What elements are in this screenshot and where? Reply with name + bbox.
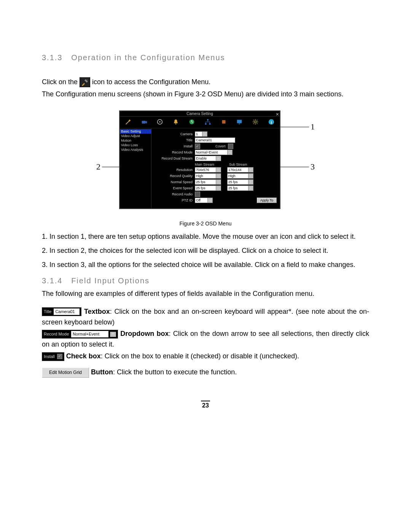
ptz-label: PTZ ID xyxy=(155,198,195,202)
para1a: Click on the xyxy=(42,78,80,86)
recmode-select[interactable]: Normal+Event▼ xyxy=(195,150,233,155)
example-dropdown: Record Mode Normal+Event ▼ Dropdown box:… xyxy=(42,329,369,350)
svg-point-0 xyxy=(86,79,88,81)
svg-point-4 xyxy=(175,123,177,125)
install-checkbox[interactable]: ✓ xyxy=(195,144,200,149)
para-314: The following are examples of different … xyxy=(42,289,369,299)
svg-rect-11 xyxy=(239,124,241,125)
close-icon[interactable]: × xyxy=(276,111,279,117)
svg-rect-10 xyxy=(237,120,242,123)
wand-icon[interactable] xyxy=(124,118,132,126)
heading-314: 3.1.4 Field Input Options xyxy=(42,276,369,285)
heading-num: 3.1.4 xyxy=(42,276,62,285)
ptz-select[interactable]: Off▼ xyxy=(195,198,213,203)
svg-rect-6 xyxy=(207,119,209,121)
checkbox-label: Install xyxy=(44,353,56,360)
leader-3: 3 xyxy=(311,162,315,172)
ra-checkbox[interactable] xyxy=(195,192,200,197)
sidebar-item-videoanalysis[interactable]: Video Analysis xyxy=(120,147,151,152)
checkbox-field[interactable]: Install ✓ xyxy=(42,352,64,361)
svg-text:i: i xyxy=(271,120,272,125)
osd-title: Camera Setting xyxy=(186,112,213,116)
sidebar-item-videoloss[interactable]: Video Loss xyxy=(120,143,151,147)
example-checkbox: Install ✓ Check box: Click on the box to… xyxy=(42,351,369,362)
ns-main-select[interactable]: 25 fps▼ xyxy=(195,179,221,185)
osd-titlebar: Camera Setting × xyxy=(120,111,280,117)
res-main-select[interactable]: 704x576▼ xyxy=(195,167,221,173)
es-main-select[interactable]: 25 fps▼ xyxy=(195,185,221,191)
title-input[interactable]: Camera01 xyxy=(195,137,235,143)
sidebar-item-basic[interactable]: Basic Setting xyxy=(120,129,151,134)
leader-line xyxy=(102,167,121,167)
figure-caption: Figure 3-2 OSD Menu xyxy=(42,220,369,227)
example-button: Edit Motion Grid Button: Click the butto… xyxy=(42,367,369,378)
svg-rect-7 xyxy=(205,123,207,125)
clock-icon[interactable] xyxy=(188,118,196,126)
covert-label: Covert xyxy=(215,144,228,148)
covert-checkbox[interactable] xyxy=(228,144,233,149)
leader-line xyxy=(280,167,309,167)
heading-num: 3.1.3 xyxy=(42,53,62,62)
disc-icon[interactable] xyxy=(156,118,164,126)
figure-3-2: 2 Camera Setting × xyxy=(42,110,369,227)
res-label: Resolution xyxy=(155,168,195,172)
apply-to-button[interactable]: Apply To xyxy=(257,198,277,203)
osd-toolbar: i xyxy=(120,117,280,128)
es-label: Event Speed xyxy=(155,186,195,190)
ra-label: Record Audio xyxy=(155,192,195,196)
svg-point-12 xyxy=(255,121,256,123)
page-number: 23 xyxy=(201,401,210,409)
install-label: Install xyxy=(155,144,195,148)
ns-sub-select[interactable]: 25 fps▼ xyxy=(227,179,253,185)
list-item-1: 1. In section 1, there are ten setup opt… xyxy=(42,233,369,241)
mainstream-header: Main Stream xyxy=(195,163,229,166)
osd-window: Camera Setting × i Bas xyxy=(119,110,280,209)
bell-icon[interactable] xyxy=(172,118,180,126)
camera-select[interactable]: 1▼ xyxy=(195,131,207,137)
heading-text: Operation in the Configuration Menus xyxy=(71,53,225,62)
chevron-down-icon[interactable]: ▼ xyxy=(110,332,116,337)
leader-2: 2 xyxy=(96,162,100,172)
camera-icon[interactable] xyxy=(140,118,148,126)
list-item-2: 2. In section 2, the choices for the sel… xyxy=(42,247,369,255)
sidebar-item-videoadjust[interactable]: Video Adjust xyxy=(120,134,151,138)
q-sub-select[interactable]: High▼ xyxy=(227,173,253,179)
check-icon[interactable]: ✓ xyxy=(57,354,62,359)
recmode-label: Record Mode xyxy=(155,150,195,154)
textbox-field[interactable]: Title Camera01 xyxy=(42,307,81,316)
textbox-value[interactable]: Camera01 xyxy=(54,308,80,315)
checkbox-bold: Check box xyxy=(66,352,101,360)
example-textbox: Title Camera01 Textbox: Click on the box… xyxy=(42,307,369,328)
dropdown-field[interactable]: Record Mode Normal+Event ▼ xyxy=(42,330,118,339)
leader-1: 1 xyxy=(311,122,315,132)
ns-label: Normal Speed xyxy=(155,180,195,184)
textbox-label: Title xyxy=(44,308,52,315)
dropdown-label: Record Mode xyxy=(44,331,70,337)
es-sub-select[interactable]: 25 fps▼ xyxy=(227,185,253,191)
list-item-3: 3. In section 3, all the options for the… xyxy=(42,261,369,269)
q-main-select[interactable]: High▼ xyxy=(195,173,221,179)
button-rest: : Click the button to execute the functi… xyxy=(113,368,237,376)
res-sub-select[interactable]: 176x144▼ xyxy=(227,167,253,173)
dual-select[interactable]: Enable▼ xyxy=(195,156,221,161)
heading-313: 3.1.3 Operation in the Configuration Men… xyxy=(42,53,369,62)
osd-main: Camera 1▼ Title Camera01 Install ✓ Cover… xyxy=(151,128,280,208)
info-icon[interactable]: i xyxy=(268,118,275,126)
tools-icon xyxy=(80,77,90,87)
dropdown-bold: Dropdown box xyxy=(120,330,169,337)
sidebar-item-motion[interactable]: Motion xyxy=(120,138,151,143)
checkbox-rest: : Click on the box to enable it (checked… xyxy=(101,352,299,360)
svg-rect-1 xyxy=(142,121,145,124)
osd-sidebar: Basic Setting Video Adjust Motion Video … xyxy=(120,128,151,208)
title-label: Title xyxy=(155,138,195,142)
para-sections: The Configuration menu screens (shown in… xyxy=(42,89,369,99)
svg-rect-8 xyxy=(209,123,210,125)
network-icon[interactable] xyxy=(204,118,212,126)
gear-icon[interactable] xyxy=(252,118,259,126)
edit-motion-grid-button[interactable]: Edit Motion Grid xyxy=(42,367,89,378)
chip-icon[interactable] xyxy=(220,118,228,126)
dropdown-value[interactable]: Normal+Event xyxy=(71,331,108,337)
button-bold: Button xyxy=(91,368,113,376)
para1b: icon to access the Configuration Menu. xyxy=(92,78,210,86)
monitor-icon[interactable] xyxy=(236,118,243,126)
